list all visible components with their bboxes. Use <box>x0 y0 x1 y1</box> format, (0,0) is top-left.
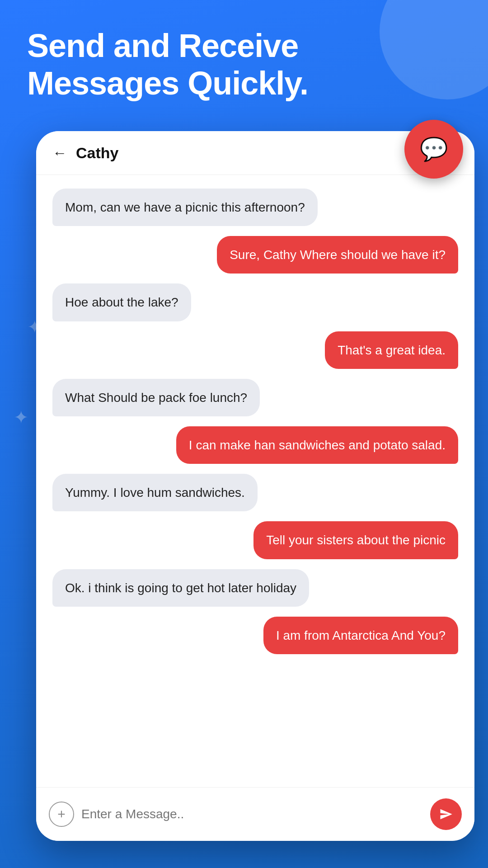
chat-bubbles-icon: 💬 <box>420 136 448 162</box>
phone-frame: ← Cathy Mom, can we have a picnic this a… <box>36 131 474 841</box>
plus-icon: + <box>57 807 66 822</box>
message-bubble: I am from Antarctica And You? <box>263 617 458 654</box>
bg-star-2: ✦ <box>14 407 29 428</box>
message-bubble: Tell your sisters about the picnic <box>253 521 458 559</box>
message-input[interactable] <box>81 803 423 825</box>
message-bubble: I can make han sandwiches and potato sal… <box>176 426 458 464</box>
headline: Send and Receive Messages Quickly. <box>27 27 461 102</box>
app-icon-badge[interactable]: 💬 <box>404 120 463 179</box>
message-bubble: What Should be pack foe lunch? <box>52 379 260 416</box>
message-bubble: Yummy. I love hum sandwiches. <box>52 474 258 511</box>
send-button[interactable] <box>430 798 462 830</box>
message-bubble: Ok. i think is going to get hot later ho… <box>52 569 309 607</box>
back-button[interactable]: ← <box>52 145 67 161</box>
headline-line2: Messages Quickly. <box>27 65 461 102</box>
message-bubble: Sure, Cathy Where should we have it? <box>217 236 458 274</box>
message-bubble: That's a great idea. <box>325 331 458 369</box>
message-bubble: Hoe about the lake? <box>52 283 191 321</box>
message-bubble: Mom, can we have a picnic this afternoon… <box>52 189 318 226</box>
add-attachment-button[interactable]: + <box>49 802 74 827</box>
input-area: + <box>36 787 474 841</box>
contact-name: Cathy <box>76 144 397 162</box>
headline-line1: Send and Receive <box>27 27 461 65</box>
messages-area: Mom, can we have a picnic this afternoon… <box>36 175 474 787</box>
